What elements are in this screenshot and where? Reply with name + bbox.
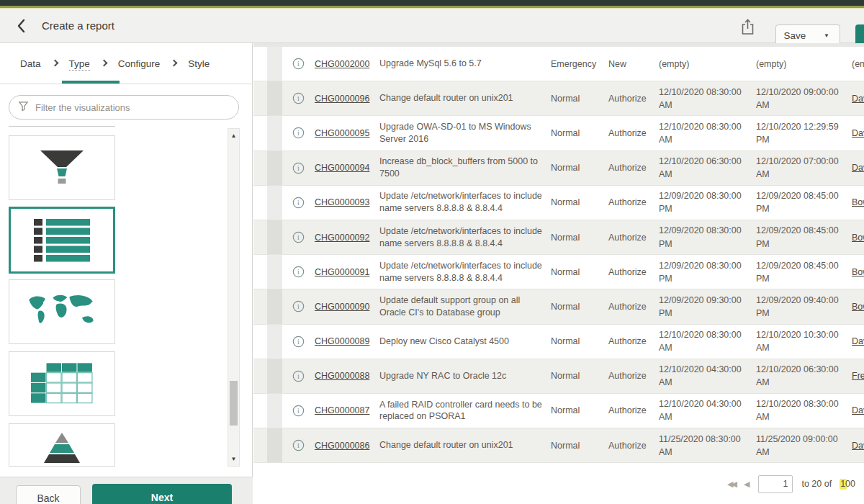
short-description: Upgrade MySql 5.6 to 5.7 — [379, 47, 551, 81]
svg-text:i: i — [297, 95, 300, 103]
row-info-cell[interactable]: i — [282, 428, 315, 462]
state-value: New — [608, 47, 659, 81]
assigned-to-link[interactable]: Bow — [852, 267, 864, 277]
row-info-cell[interactable]: i — [282, 47, 315, 81]
svg-text:i: i — [297, 60, 300, 68]
viz-type-heatmap[interactable] — [9, 351, 115, 416]
row-info-cell[interactable]: i — [282, 220, 315, 254]
viz-type-funnel[interactable] — [9, 135, 115, 200]
change-number-link[interactable]: CHG0000095 — [315, 128, 369, 138]
table-row: i CHG0000094 Increase db_block_buffers f… — [253, 151, 864, 186]
assigned-to-link[interactable]: Dav — [852, 128, 864, 138]
info-icon: i — [292, 231, 305, 243]
short-description: Update /etc/network/interfaces to includ… — [379, 220, 551, 254]
start-date-value: 12/09/2020 08:30:00 PM — [659, 255, 756, 289]
assigned-to-link[interactable]: Dav — [852, 94, 864, 104]
info-icon: i — [292, 127, 305, 139]
row-info-cell[interactable]: i — [282, 186, 315, 220]
first-page-icon[interactable]: ◀◀ — [727, 480, 735, 489]
info-icon: i — [292, 336, 305, 348]
short-description: Update default support group on all Orac… — [379, 289, 551, 323]
step-data[interactable]: Data — [20, 58, 41, 69]
change-number-link[interactable]: CHG0000090 — [315, 302, 369, 312]
change-table-body: i CHG0002000 Upgrade MySql 5.6 to 5.7 Em… — [253, 47, 864, 463]
assigned-to-link[interactable]: Dav — [852, 405, 864, 415]
filter-input[interactable] — [35, 102, 238, 113]
svg-text:i: i — [297, 233, 300, 241]
table-row: i CHG0000093 Update /etc/network/interfa… — [253, 186, 864, 220]
viz-type-pyramid[interactable] — [9, 423, 115, 467]
assigned-to-link[interactable]: Bow — [852, 233, 864, 243]
heatmap-icon — [30, 363, 94, 405]
priority-value: Normal — [551, 359, 608, 393]
list-divider — [9, 126, 115, 127]
svg-text:i: i — [297, 303, 300, 311]
svg-text:i: i — [297, 164, 300, 172]
step-configure[interactable]: Configure — [118, 58, 161, 69]
change-number-link[interactable]: CHG0000088 — [315, 371, 369, 381]
viz-list-scrollbar[interactable]: ▲ ▼ — [228, 128, 240, 467]
assigned-to-link: (em — [852, 59, 864, 69]
start-date-value: 12/09/2020 09:30:00 PM — [659, 289, 756, 323]
row-info-cell[interactable]: i — [282, 359, 315, 393]
end-date-value: 12/09/2020 08:45:00 PM — [756, 186, 852, 220]
assigned-to-link[interactable]: Bow — [852, 302, 864, 312]
svg-text:i: i — [297, 441, 300, 449]
next-button[interactable]: Next — [92, 484, 232, 504]
report-wizard-panel: Data Type Configure Style — [0, 43, 253, 504]
start-date-value: 12/10/2020 06:30:00 AM — [659, 151, 756, 185]
row-info-cell[interactable]: i — [282, 255, 315, 289]
change-number-link[interactable]: CHG0000091 — [315, 267, 369, 277]
assigned-to-link[interactable]: Bow — [852, 197, 864, 207]
row-left-strip — [267, 255, 282, 289]
short-description: Change default router on unix201 — [379, 428, 551, 462]
viz-type-map[interactable] — [9, 279, 115, 344]
end-date-value: 12/10/2020 09:00:00 AM — [756, 81, 852, 115]
step-type[interactable]: Type — [69, 58, 90, 69]
change-number-link[interactable]: CHG0000086 — [315, 441, 369, 451]
step-chevron-icon — [51, 59, 58, 66]
assigned-to-link[interactable]: Dav — [852, 441, 864, 451]
change-number-link[interactable]: CHG0000093 — [315, 197, 369, 207]
change-number-link[interactable]: CHG0000089 — [315, 336, 369, 346]
row-info-cell[interactable]: i — [282, 151, 315, 185]
change-number-link[interactable]: CHG0002000 — [315, 59, 369, 69]
scroll-up-icon[interactable]: ▲ — [228, 132, 239, 139]
row-left-strip — [267, 428, 282, 462]
row-info-cell[interactable]: i — [282, 325, 315, 359]
assigned-to-link[interactable]: Fre — [852, 371, 864, 381]
back-button[interactable]: Back — [16, 485, 81, 504]
svg-text:i: i — [297, 407, 300, 415]
start-date-value: 12/09/2020 08:30:00 PM — [659, 186, 756, 220]
change-number-link[interactable]: CHG0000096 — [315, 94, 369, 104]
viz-type-list[interactable] — [9, 207, 115, 274]
change-number-link[interactable]: CHG0000087 — [315, 405, 369, 415]
prev-page-icon[interactable]: ◀ — [744, 480, 750, 489]
state-value: Authorize — [608, 359, 659, 393]
page-title: Create a report — [42, 9, 114, 42]
start-date-value: (empty) — [659, 47, 756, 81]
row-info-cell[interactable]: i — [282, 81, 315, 115]
back-chevron-icon[interactable] — [13, 18, 29, 34]
info-icon: i — [292, 92, 305, 104]
list-chart-icon — [34, 218, 90, 263]
change-number-link[interactable]: CHG0000094 — [315, 163, 369, 173]
state-value: Authorize — [608, 394, 659, 428]
row-info-cell[interactable]: i — [282, 116, 315, 150]
scrollbar-thumb[interactable] — [230, 381, 238, 426]
page-number-input[interactable] — [758, 475, 793, 493]
svg-text:i: i — [297, 199, 300, 207]
assigned-to-link[interactable]: Dav — [852, 163, 864, 173]
step-style[interactable]: Style — [188, 58, 210, 69]
state-value: Authorize — [608, 186, 659, 220]
end-date-value: 12/09/2020 09:40:00 PM — [756, 289, 852, 323]
scroll-down-icon[interactable]: ▼ — [228, 456, 239, 462]
change-number-link[interactable]: CHG0000092 — [315, 233, 369, 243]
pagination-bar: ◀◀ ◀ to 20 of 100 — [253, 464, 864, 504]
assigned-to-link[interactable]: Dav — [852, 336, 864, 346]
row-info-cell[interactable]: i — [282, 289, 315, 323]
short-description: A failed RAID controller card needs to b… — [379, 394, 551, 428]
share-icon[interactable] — [740, 18, 756, 34]
svg-text:i: i — [297, 338, 300, 346]
row-info-cell[interactable]: i — [282, 394, 315, 428]
